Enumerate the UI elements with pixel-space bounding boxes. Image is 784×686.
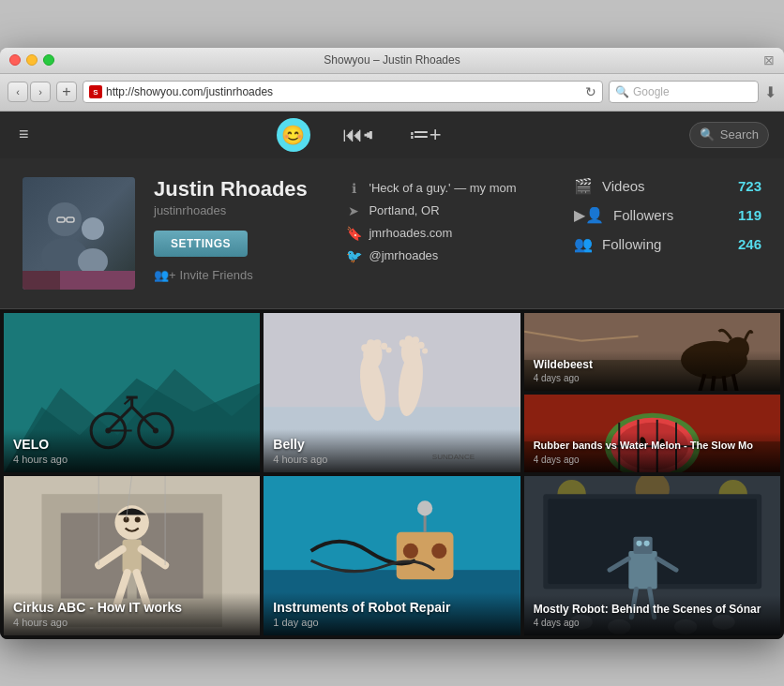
video-time-velo: 4 hours ago <box>13 454 250 465</box>
profile-stats: 🎬 Videos 723 ▶👤 Followers 119 👥 Follo <box>574 177 761 253</box>
video-time-belly: 4 hours ago <box>273 454 510 465</box>
traffic-lights <box>9 54 54 66</box>
video-title-mostly: Mostly Robot: Behind the Scenes of Sónar <box>534 603 771 616</box>
home-button[interactable]: 😊 <box>277 118 310 152</box>
playlist-button[interactable]: ≔+ <box>405 119 445 151</box>
videos-grid: VELO 4 hours ago <box>0 309 784 639</box>
bio-quote: ℹ 'Heck of a guy.' — my mom <box>346 181 555 196</box>
profile-username: justinrhoades <box>154 203 327 217</box>
svg-point-36 <box>405 336 413 343</box>
close-button[interactable] <box>9 54 21 66</box>
video-overlay-cirkus: Cirkus ABC - How IT works 4 hours ago <box>4 592 260 635</box>
window-controls: ⊠ <box>763 52 775 68</box>
invite-icon: 👥+ <box>154 268 176 282</box>
svg-point-32 <box>374 339 382 347</box>
video-card-velo[interactable]: VELO 4 hours ago <box>4 313 260 472</box>
forward-button[interactable]: › <box>30 82 51 102</box>
video-overlay-instruments: Instruments of Robot Repair 1 day ago <box>264 592 520 635</box>
video-icon: 🎬 <box>574 177 593 195</box>
avatar-image <box>23 177 135 290</box>
maximize-button[interactable] <box>43 54 54 66</box>
svg-point-37 <box>412 336 419 344</box>
video-title-wildebeest: Wildebeest <box>534 358 771 371</box>
svg-rect-92 <box>633 536 652 553</box>
resize-icon: ⊠ <box>763 52 775 67</box>
play-button[interactable]: ⏮◀ <box>339 119 377 151</box>
video-overlay-mostly: Mostly Robot: Behind the Scenes of Sónar… <box>524 595 780 635</box>
video-overlay-belly: Belly 4 hours ago <box>264 429 520 472</box>
svg-point-93 <box>636 540 641 545</box>
app-content: ≡ 😊 ⏮◀ ≔+ 🔍 Search <box>0 112 784 639</box>
window-title: Showyou – Justin Rhoades <box>324 53 460 67</box>
avatar <box>23 177 135 290</box>
search-icon: 🔍 <box>700 127 715 142</box>
followers-stat[interactable]: ▶👤 Followers 119 <box>574 206 761 224</box>
followers-icon: ▶👤 <box>574 206 604 224</box>
profile-section: Justin Rhoades justinrhoades SETTINGS 👥+… <box>0 158 784 309</box>
title-bar: Showyou – Justin Rhoades ⊠ <box>0 48 784 74</box>
bio-twitter[interactable]: 🐦 @jmrhoades <box>346 248 555 263</box>
address-bar[interactable]: S http://showyou.com/justinrhoades ↻ <box>83 81 603 103</box>
svg-point-4 <box>82 217 104 240</box>
browser-window: Showyou – Justin Rhoades ⊠ ‹ › + S http:… <box>0 48 784 639</box>
right-column: Wildebeest 4 days ago <box>524 313 780 472</box>
favicon: S <box>89 85 102 98</box>
bio-location: ➤ Portland, OR <box>346 203 555 218</box>
profile-bio: ℹ 'Heck of a guy.' — my mom ➤ Portland, … <box>346 177 555 271</box>
video-time-instruments: 1 day ago <box>273 617 510 628</box>
video-card-instruments[interactable]: Instruments of Robot Repair 1 day ago <box>264 476 520 635</box>
videos-stat[interactable]: 🎬 Videos 723 <box>574 177 761 195</box>
video-time-cirkus: 4 hours ago <box>13 617 250 628</box>
profile-name: Justin Rhoades <box>154 177 327 201</box>
svg-point-81 <box>403 543 418 558</box>
video-time-rubberband: 4 days ago <box>534 455 771 465</box>
videos-label: Videos <box>602 178 645 194</box>
video-title-belly: Belly <box>273 437 510 452</box>
back-button[interactable]: ‹ <box>8 82 28 102</box>
right-column-2: Mostly Robot: Behind the Scenes of Sónar… <box>524 476 780 635</box>
browser-search[interactable]: 🔍 Google <box>609 81 759 103</box>
minimize-button[interactable] <box>26 54 38 66</box>
svg-point-31 <box>368 339 375 347</box>
settings-button[interactable]: SETTINGS <box>154 231 248 257</box>
bookmark-icon: 🔖 <box>346 226 361 241</box>
browser-toolbar: ‹ › + S http://showyou.com/justinrhoades… <box>0 74 784 112</box>
svg-point-82 <box>432 543 447 558</box>
video-card-mostly[interactable]: Mostly Robot: Behind the Scenes of Sónar… <box>524 476 780 635</box>
svg-point-5 <box>78 248 108 275</box>
video-card-rubberband[interactable]: Rubber bands vs Water Melon - The Slow M… <box>524 395 780 472</box>
svg-point-69 <box>135 516 141 522</box>
nav-center: 😊 ⏮◀ ≔+ <box>52 118 671 152</box>
svg-rect-10 <box>23 271 60 290</box>
profile-info: Justin Rhoades justinrhoades SETTINGS 👥+… <box>154 177 327 282</box>
video-title-rubberband: Rubber bands vs Water Melon - The Slow M… <box>534 440 771 452</box>
app-nav: ≡ 😊 ⏮◀ ≔+ 🔍 Search <box>0 112 784 158</box>
svg-rect-91 <box>628 550 656 588</box>
bio-website[interactable]: 🔖 jmrhoades.com <box>346 226 555 241</box>
svg-point-34 <box>386 347 392 352</box>
invite-label: Invite Friends <box>180 268 253 282</box>
video-card-wildebeest[interactable]: Wildebeest 4 days ago <box>524 313 780 391</box>
hamburger-button[interactable]: ≡ <box>15 121 33 148</box>
video-overlay-wildebeest: Wildebeest 4 days ago <box>524 350 780 391</box>
followers-label: Followers <box>613 207 673 223</box>
search-bar[interactable]: 🔍 Search <box>689 122 769 148</box>
video-time-mostly: 4 days ago <box>534 618 771 628</box>
invite-friends-link[interactable]: 👥+ Invite Friends <box>154 268 327 282</box>
following-stat[interactable]: 👥 Following 246 <box>574 235 761 253</box>
following-label: Following <box>602 236 661 252</box>
svg-point-94 <box>643 540 649 545</box>
svg-point-38 <box>418 341 425 348</box>
video-card-belly[interactable]: SUNDANCE Belly 4 hours ago <box>264 313 520 472</box>
search-label: Search <box>720 127 759 142</box>
followers-count: 119 <box>738 207 761 223</box>
new-tab-button[interactable]: + <box>56 82 77 102</box>
following-icon: 👥 <box>574 235 593 253</box>
refresh-button[interactable]: ↻ <box>585 84 596 99</box>
video-time-wildebeest: 4 days ago <box>534 373 771 383</box>
video-overlay-velo: VELO 4 hours ago <box>4 429 260 472</box>
video-card-cirkus[interactable]: Cirkus ABC - How IT works 4 hours ago <box>4 476 260 635</box>
twitter-icon: 🐦 <box>346 248 361 263</box>
following-count: 246 <box>738 236 761 252</box>
url-text: http://showyou.com/justinrhoades <box>106 85 581 98</box>
